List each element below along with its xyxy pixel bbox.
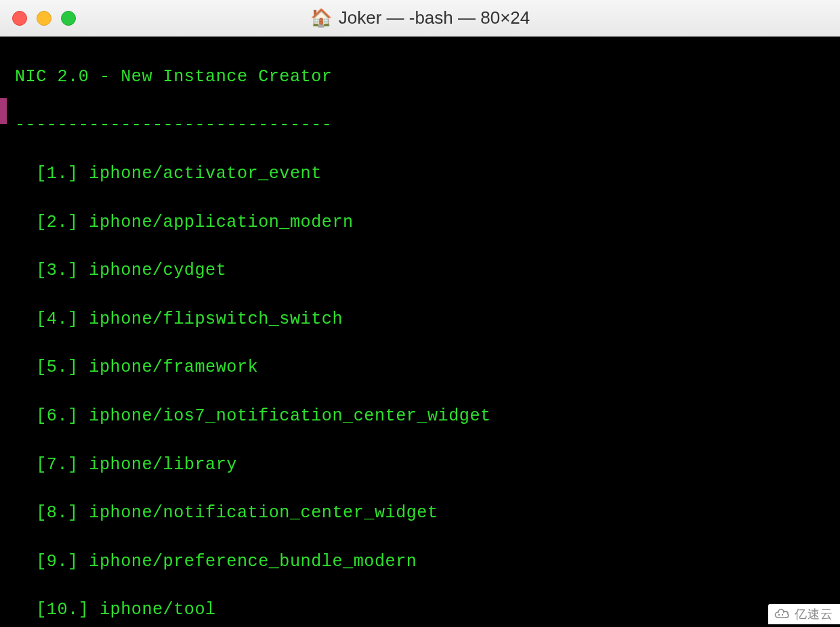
template-option: [4.] iphone/flipswitch_switch — [15, 307, 837, 332]
window-title-text: Joker — -bash — 80×24 — [339, 7, 530, 28]
left-edge-accent — [0, 98, 7, 124]
template-option: [5.] iphone/framework — [15, 355, 837, 380]
template-option: [7.] iphone/library — [15, 453, 837, 477]
template-option: [8.] iphone/notification_center_widget — [15, 501, 837, 525]
template-option: [9.] iphone/preference_bundle_modern — [15, 550, 837, 574]
close-button[interactable] — [12, 11, 27, 26]
home-icon: 🏠 — [310, 7, 332, 28]
watermark-badge: 亿速云 — [768, 604, 840, 624]
cloud-icon — [774, 608, 791, 620]
terminal-content[interactable]: NIC 2.0 - New Instance Creator ---------… — [0, 37, 840, 627]
watermark-text: 亿速云 — [795, 606, 833, 622]
template-option: [2.] iphone/application_modern — [15, 211, 837, 235]
svg-point-1 — [782, 614, 783, 615]
minimize-button[interactable] — [37, 11, 51, 26]
terminal-window: 🏠 Joker — -bash — 80×24 NIC 2.0 - New In… — [0, 0, 840, 627]
window-title: 🏠 Joker — -bash — 80×24 — [310, 7, 530, 28]
template-option: [6.] iphone/ios7_notification_center_wid… — [15, 404, 837, 429]
template-option: [3.] iphone/cydget — [15, 259, 837, 283]
template-option: [1.] iphone/activator_event — [15, 162, 837, 186]
window-titlebar: 🏠 Joker — -bash — 80×24 — [0, 0, 840, 37]
template-option: [10.] iphone/tool — [15, 598, 837, 622]
nic-divider: ------------------------------ — [15, 113, 837, 137]
zoom-button[interactable] — [61, 11, 76, 26]
nic-header: NIC 2.0 - New Instance Creator — [15, 65, 837, 89]
svg-point-0 — [778, 614, 780, 615]
window-controls — [12, 11, 76, 26]
